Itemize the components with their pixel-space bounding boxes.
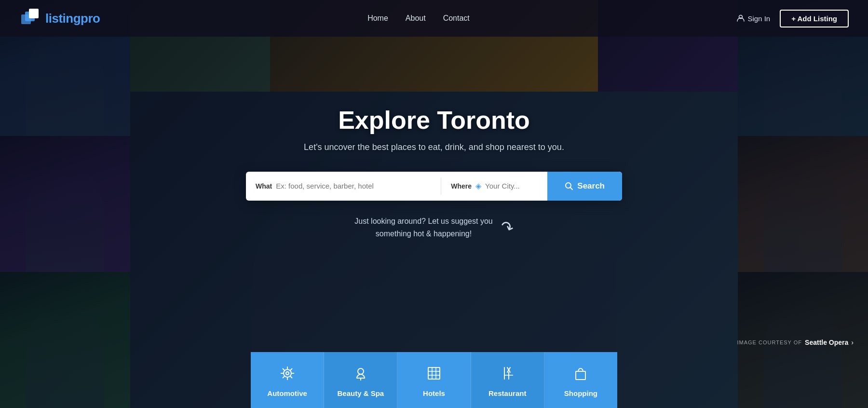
logo-text: listingpro [45,11,100,26]
where-field: Where ◈ [441,172,547,201]
logo[interactable]: listingpro [19,8,100,29]
nav-actions: Sign In + Add Listing [737,10,849,27]
navbar: listingpro Home About Contact Sign In + … [0,0,868,37]
svg-line-5 [570,187,573,190]
location-icon: ◈ [475,181,481,190]
cat-tile-restaurant[interactable]: Restaurant [471,352,544,408]
nav-contact[interactable]: Contact [443,14,470,23]
suggest-area: Just looking around? Let us suggest you … [354,215,513,240]
image-courtesy-brand[interactable]: Seattle Opera [805,339,848,346]
svg-point-7 [286,372,289,375]
suggest-arrow-icon: ↷ [497,214,517,241]
cat-label-shopping: Shopping [564,389,597,397]
hero-content: Explore Toronto Let's uncover the best p… [0,0,868,345]
where-input[interactable] [485,182,538,190]
what-input[interactable] [276,182,431,190]
image-courtesy-prefix: IMAGE COURTESY OF [737,340,802,345]
shopping-icon [572,365,589,384]
cat-tile-hotels[interactable]: Hotels [397,352,471,408]
cat-label-automotive: Automotive [267,389,307,397]
what-field: What [246,172,441,201]
suggest-text: Just looking around? Let us suggest you … [354,215,492,240]
svg-point-16 [358,368,364,374]
svg-rect-29 [576,371,585,380]
image-courtesy: IMAGE COURTESY OF Seattle Opera › [737,339,854,346]
svg-rect-18 [428,367,440,379]
svg-line-15 [283,376,285,378]
hero-title: Explore Toronto [338,106,530,135]
cat-label-beauty: Beauty & Spa [337,389,384,397]
hero-subtitle: Let's uncover the best places to eat, dr… [304,142,564,152]
category-tiles: Automotive Beauty & Spa Hotels [251,352,617,408]
where-label: Where [451,182,472,190]
image-courtesy-arrow-icon: › [851,339,854,346]
cat-label-restaurant: Restaurant [488,389,526,397]
svg-rect-2 [29,9,39,18]
logo-icon [19,8,41,29]
cat-label-hotels: Hotels [423,389,445,397]
user-icon [737,14,745,22]
restaurant-icon [499,365,516,384]
search-bar: What Where ◈ Search [246,172,622,201]
cat-tile-shopping[interactable]: Shopping [544,352,617,408]
what-label: What [256,182,272,190]
add-listing-button[interactable]: + Add Listing [780,10,849,27]
sign-in-link[interactable]: Sign In [737,14,770,23]
svg-line-12 [283,368,285,371]
cat-tile-beauty[interactable]: Beauty & Spa [324,352,397,408]
nav-home[interactable]: Home [367,14,388,23]
search-button[interactable]: Search [547,172,622,201]
nav-about[interactable]: About [406,14,426,23]
nav-links: Home About Contact [367,14,470,23]
cat-tile-automotive[interactable]: Automotive [251,352,324,408]
svg-line-14 [290,368,292,371]
automotive-icon [279,365,296,384]
hotels-icon [425,365,443,384]
svg-line-13 [290,376,292,378]
search-icon [565,182,573,190]
beauty-icon [352,365,369,384]
